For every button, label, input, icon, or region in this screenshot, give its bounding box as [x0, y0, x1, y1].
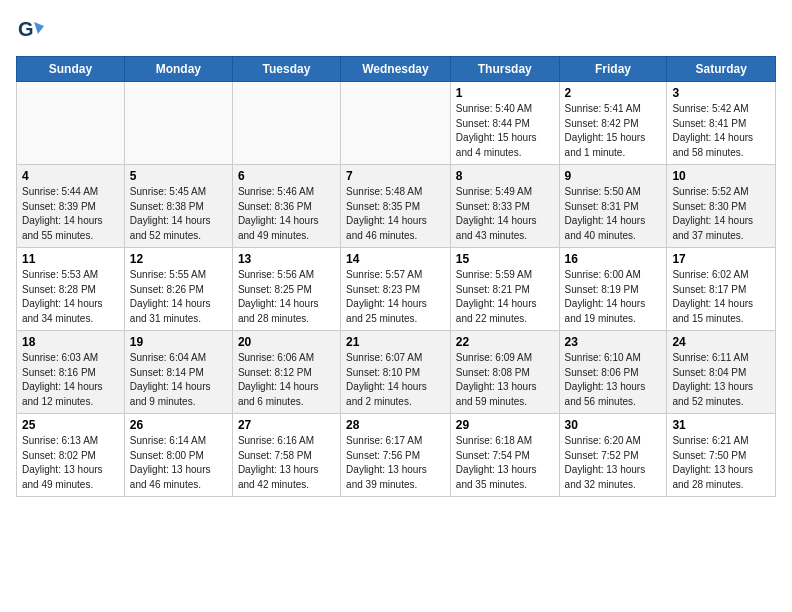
calendar-cell: [124, 82, 232, 165]
day-number: 4: [22, 169, 119, 183]
day-number: 5: [130, 169, 227, 183]
day-info: Sunrise: 5:55 AMSunset: 8:26 PMDaylight:…: [130, 268, 227, 326]
calendar-cell: 9Sunrise: 5:50 AMSunset: 8:31 PMDaylight…: [559, 165, 667, 248]
logo-icon: G: [16, 16, 44, 44]
day-info: Sunrise: 5:57 AMSunset: 8:23 PMDaylight:…: [346, 268, 445, 326]
day-info: Sunrise: 5:50 AMSunset: 8:31 PMDaylight:…: [565, 185, 662, 243]
day-info: Sunrise: 5:41 AMSunset: 8:42 PMDaylight:…: [565, 102, 662, 160]
calendar-cell: 5Sunrise: 5:45 AMSunset: 8:38 PMDaylight…: [124, 165, 232, 248]
day-info: Sunrise: 6:21 AMSunset: 7:50 PMDaylight:…: [672, 434, 770, 492]
weekday-header-friday: Friday: [559, 57, 667, 82]
day-info: Sunrise: 6:10 AMSunset: 8:06 PMDaylight:…: [565, 351, 662, 409]
calendar-cell: 20Sunrise: 6:06 AMSunset: 8:12 PMDayligh…: [232, 331, 340, 414]
day-number: 20: [238, 335, 335, 349]
day-number: 13: [238, 252, 335, 266]
calendar-cell: 7Sunrise: 5:48 AMSunset: 8:35 PMDaylight…: [341, 165, 451, 248]
logo: G: [16, 16, 48, 44]
weekday-header-tuesday: Tuesday: [232, 57, 340, 82]
calendar-cell: 11Sunrise: 5:53 AMSunset: 8:28 PMDayligh…: [17, 248, 125, 331]
day-number: 28: [346, 418, 445, 432]
day-number: 2: [565, 86, 662, 100]
day-info: Sunrise: 6:09 AMSunset: 8:08 PMDaylight:…: [456, 351, 554, 409]
calendar-cell: 29Sunrise: 6:18 AMSunset: 7:54 PMDayligh…: [450, 414, 559, 497]
weekday-header-sunday: Sunday: [17, 57, 125, 82]
day-info: Sunrise: 6:16 AMSunset: 7:58 PMDaylight:…: [238, 434, 335, 492]
day-number: 6: [238, 169, 335, 183]
calendar-cell: 10Sunrise: 5:52 AMSunset: 8:30 PMDayligh…: [667, 165, 776, 248]
svg-marker-1: [34, 22, 44, 34]
calendar-cell: 1Sunrise: 5:40 AMSunset: 8:44 PMDaylight…: [450, 82, 559, 165]
day-info: Sunrise: 6:20 AMSunset: 7:52 PMDaylight:…: [565, 434, 662, 492]
day-info: Sunrise: 6:13 AMSunset: 8:02 PMDaylight:…: [22, 434, 119, 492]
day-number: 9: [565, 169, 662, 183]
calendar-cell: 21Sunrise: 6:07 AMSunset: 8:10 PMDayligh…: [341, 331, 451, 414]
day-number: 14: [346, 252, 445, 266]
day-info: Sunrise: 6:18 AMSunset: 7:54 PMDaylight:…: [456, 434, 554, 492]
day-info: Sunrise: 5:52 AMSunset: 8:30 PMDaylight:…: [672, 185, 770, 243]
calendar-cell: 24Sunrise: 6:11 AMSunset: 8:04 PMDayligh…: [667, 331, 776, 414]
calendar-cell: 26Sunrise: 6:14 AMSunset: 8:00 PMDayligh…: [124, 414, 232, 497]
calendar-cell: 2Sunrise: 5:41 AMSunset: 8:42 PMDaylight…: [559, 82, 667, 165]
calendar-cell: 3Sunrise: 5:42 AMSunset: 8:41 PMDaylight…: [667, 82, 776, 165]
calendar-cell: 8Sunrise: 5:49 AMSunset: 8:33 PMDaylight…: [450, 165, 559, 248]
day-number: 25: [22, 418, 119, 432]
day-number: 30: [565, 418, 662, 432]
day-number: 3: [672, 86, 770, 100]
day-info: Sunrise: 5:46 AMSunset: 8:36 PMDaylight:…: [238, 185, 335, 243]
calendar-cell: 22Sunrise: 6:09 AMSunset: 8:08 PMDayligh…: [450, 331, 559, 414]
calendar-cell: 14Sunrise: 5:57 AMSunset: 8:23 PMDayligh…: [341, 248, 451, 331]
day-info: Sunrise: 5:40 AMSunset: 8:44 PMDaylight:…: [456, 102, 554, 160]
calendar-cell: 31Sunrise: 6:21 AMSunset: 7:50 PMDayligh…: [667, 414, 776, 497]
day-number: 16: [565, 252, 662, 266]
day-info: Sunrise: 6:02 AMSunset: 8:17 PMDaylight:…: [672, 268, 770, 326]
calendar-cell: 17Sunrise: 6:02 AMSunset: 8:17 PMDayligh…: [667, 248, 776, 331]
day-number: 26: [130, 418, 227, 432]
calendar-cell: 15Sunrise: 5:59 AMSunset: 8:21 PMDayligh…: [450, 248, 559, 331]
day-info: Sunrise: 6:07 AMSunset: 8:10 PMDaylight:…: [346, 351, 445, 409]
day-info: Sunrise: 6:14 AMSunset: 8:00 PMDaylight:…: [130, 434, 227, 492]
day-number: 17: [672, 252, 770, 266]
day-info: Sunrise: 6:11 AMSunset: 8:04 PMDaylight:…: [672, 351, 770, 409]
weekday-header-saturday: Saturday: [667, 57, 776, 82]
day-number: 8: [456, 169, 554, 183]
day-number: 21: [346, 335, 445, 349]
calendar-cell: 6Sunrise: 5:46 AMSunset: 8:36 PMDaylight…: [232, 165, 340, 248]
calendar-cell: 13Sunrise: 5:56 AMSunset: 8:25 PMDayligh…: [232, 248, 340, 331]
day-number: 31: [672, 418, 770, 432]
calendar-cell: 27Sunrise: 6:16 AMSunset: 7:58 PMDayligh…: [232, 414, 340, 497]
weekday-header-wednesday: Wednesday: [341, 57, 451, 82]
day-number: 24: [672, 335, 770, 349]
calendar-cell: 25Sunrise: 6:13 AMSunset: 8:02 PMDayligh…: [17, 414, 125, 497]
calendar-cell: 28Sunrise: 6:17 AMSunset: 7:56 PMDayligh…: [341, 414, 451, 497]
day-info: Sunrise: 6:06 AMSunset: 8:12 PMDaylight:…: [238, 351, 335, 409]
day-number: 1: [456, 86, 554, 100]
day-number: 22: [456, 335, 554, 349]
day-info: Sunrise: 6:00 AMSunset: 8:19 PMDaylight:…: [565, 268, 662, 326]
day-info: Sunrise: 5:48 AMSunset: 8:35 PMDaylight:…: [346, 185, 445, 243]
day-number: 19: [130, 335, 227, 349]
calendar-cell: 12Sunrise: 5:55 AMSunset: 8:26 PMDayligh…: [124, 248, 232, 331]
calendar-cell: 19Sunrise: 6:04 AMSunset: 8:14 PMDayligh…: [124, 331, 232, 414]
calendar-table: SundayMondayTuesdayWednesdayThursdayFrid…: [16, 56, 776, 497]
day-number: 27: [238, 418, 335, 432]
day-info: Sunrise: 5:53 AMSunset: 8:28 PMDaylight:…: [22, 268, 119, 326]
calendar-cell: [232, 82, 340, 165]
day-info: Sunrise: 6:03 AMSunset: 8:16 PMDaylight:…: [22, 351, 119, 409]
day-number: 29: [456, 418, 554, 432]
calendar-cell: [17, 82, 125, 165]
calendar-cell: [341, 82, 451, 165]
day-info: Sunrise: 5:44 AMSunset: 8:39 PMDaylight:…: [22, 185, 119, 243]
day-number: 11: [22, 252, 119, 266]
day-number: 12: [130, 252, 227, 266]
weekday-header-monday: Monday: [124, 57, 232, 82]
day-info: Sunrise: 5:45 AMSunset: 8:38 PMDaylight:…: [130, 185, 227, 243]
day-info: Sunrise: 5:42 AMSunset: 8:41 PMDaylight:…: [672, 102, 770, 160]
day-info: Sunrise: 5:56 AMSunset: 8:25 PMDaylight:…: [238, 268, 335, 326]
day-number: 15: [456, 252, 554, 266]
day-info: Sunrise: 6:04 AMSunset: 8:14 PMDaylight:…: [130, 351, 227, 409]
day-info: Sunrise: 6:17 AMSunset: 7:56 PMDaylight:…: [346, 434, 445, 492]
day-info: Sunrise: 5:59 AMSunset: 8:21 PMDaylight:…: [456, 268, 554, 326]
day-number: 10: [672, 169, 770, 183]
day-number: 7: [346, 169, 445, 183]
day-number: 18: [22, 335, 119, 349]
